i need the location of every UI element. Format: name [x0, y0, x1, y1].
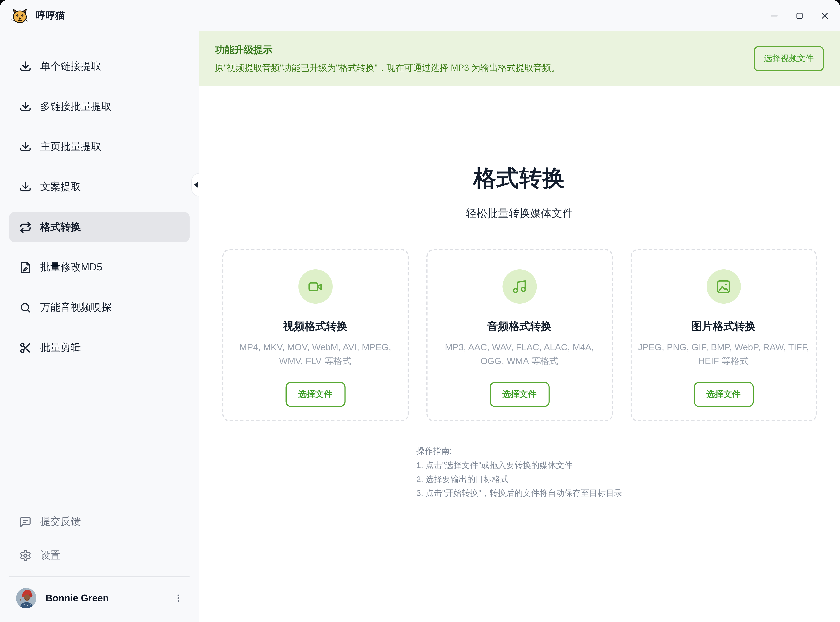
sidebar-item-multi-link-batch-extract[interactable]: 多链接批量提取	[9, 91, 189, 122]
kebab-menu-icon	[174, 593, 183, 603]
sidebar-item-label: 批量修改MD5	[40, 260, 102, 274]
download-icon	[19, 181, 32, 193]
guide-text: 操作指南: 1. 点击"选择文件"或拖入要转换的媒体文件 2. 选择要输出的目标…	[416, 444, 622, 500]
sidebar-item-copy-extract[interactable]: 文案提取	[9, 172, 189, 202]
card-description: JPEG, PNG, GIF, BMP, WebP, RAW, TIFF, HE…	[631, 340, 816, 368]
sidebar-item-label: 设置	[40, 548, 61, 563]
sidebar-item-label: 提交反馈	[40, 515, 81, 529]
search-icon	[19, 301, 32, 314]
download-icon	[19, 101, 32, 113]
card-title: 音频格式转换	[487, 319, 551, 334]
video-convert-card[interactable]: 视频格式转换 MP4, MKV, MOV, WebM, AVI, MPEG, W…	[222, 249, 409, 421]
video-icon-circle	[298, 270, 332, 303]
app-title: 哼哼猫	[36, 9, 65, 22]
sidebar-item-label: 批量剪辑	[40, 340, 81, 355]
sidebar-item-label: 多链接批量提取	[40, 99, 111, 113]
sidebar-item-batch-modify-md5[interactable]: 批量修改MD5	[9, 252, 189, 282]
feedback-icon	[19, 515, 32, 528]
avatar	[16, 588, 37, 608]
sidebar-item-label: 万能音视频嗅探	[40, 300, 111, 314]
window-controls	[770, 11, 829, 20]
select-file-button-video[interactable]: 选择文件	[285, 382, 345, 407]
close-icon	[820, 11, 829, 20]
sidebar: 单个链接提取 多链接批量提取 主页批量提取 文案提取 格式转换	[0, 31, 199, 622]
select-video-file-button[interactable]: 选择视频文件	[754, 46, 824, 71]
upgrade-banner-text: 功能升级提示 原"视频提取音频"功能已升级为"格式转换"，现在可通过选择 MP3…	[215, 43, 560, 74]
download-icon	[19, 60, 32, 73]
sidebar-item-homepage-batch-extract[interactable]: 主页批量提取	[9, 132, 189, 162]
select-file-button-audio[interactable]: 选择文件	[489, 382, 550, 407]
sidebar-divider	[9, 576, 189, 577]
download-icon	[19, 140, 32, 153]
close-button[interactable]	[820, 11, 829, 20]
gear-icon	[19, 549, 32, 561]
app-body: 单个链接提取 多链接批量提取 主页批量提取 文案提取 格式转换	[0, 31, 840, 622]
cat-logo-icon	[11, 7, 29, 24]
image-icon	[716, 279, 731, 294]
page-title: 格式转换	[199, 163, 840, 193]
upgrade-banner-title: 功能升级提示	[215, 43, 560, 56]
sidebar-item-single-link-extract[interactable]: 单个链接提取	[9, 51, 189, 81]
sidebar-item-settings[interactable]: 设置	[9, 542, 189, 569]
guide-step: 1. 点击"选择文件"或拖入要转换的媒体文件	[416, 458, 622, 472]
upgrade-banner: 功能升级提示 原"视频提取音频"功能已升级为"格式转换"，现在可通过选择 MP3…	[199, 31, 840, 86]
conversion-cards: 视频格式转换 MP4, MKV, MOV, WebM, AVI, MPEG, W…	[199, 249, 840, 421]
music-icon	[512, 279, 527, 294]
card-title: 图片格式转换	[691, 319, 756, 334]
card-title: 视频格式转换	[283, 319, 347, 334]
user-name: Bonnie Green	[46, 593, 109, 604]
select-file-button-image[interactable]: 选择文件	[693, 382, 753, 407]
upgrade-banner-message: 原"视频提取音频"功能已升级为"格式转换"，现在可通过选择 MP3 为输出格式提…	[215, 62, 560, 74]
chevron-left-icon	[194, 181, 198, 188]
page-subtitle: 轻松批量转换媒体文件	[199, 206, 840, 221]
image-icon-circle	[706, 270, 741, 303]
minimize-button[interactable]	[770, 11, 779, 20]
sidebar-item-batch-clip[interactable]: 批量剪辑	[9, 332, 189, 363]
guide-section: 操作指南: 1. 点击"选择文件"或拖入要转换的媒体文件 2. 选择要输出的目标…	[199, 444, 840, 500]
sidebar-collapse-handle[interactable]	[191, 173, 199, 197]
card-description: MP3, AAC, WAV, FLAC, ALAC, M4A, OGG, WMA…	[427, 340, 611, 368]
minimize-icon	[770, 11, 779, 20]
sidebar-footer: 提交反馈 设置	[0, 508, 199, 608]
sidebar-item-label: 单个链接提取	[40, 59, 101, 73]
guide-step: 3. 点击"开始转换"，转换后的文件将自动保存至目标目录	[416, 486, 622, 500]
guide-step: 2. 选择要输出的目标格式	[416, 472, 622, 486]
titlebar: 哼哼猫	[0, 0, 840, 31]
sidebar-item-feedback[interactable]: 提交反馈	[9, 508, 189, 535]
image-convert-card[interactable]: 图片格式转换 JPEG, PNG, GIF, BMP, WebP, RAW, T…	[630, 249, 817, 421]
maximize-icon	[795, 11, 804, 20]
card-description: MP4, MKV, MOV, WebM, AVI, MPEG, WMV, FLV…	[223, 340, 407, 368]
user-menu-button[interactable]	[170, 591, 186, 605]
audio-convert-card[interactable]: 音频格式转换 MP3, AAC, WAV, FLAC, ALAC, M4A, O…	[426, 249, 613, 421]
repeat-icon	[19, 221, 32, 233]
sidebar-item-format-convert[interactable]: 格式转换	[9, 212, 189, 242]
sidebar-item-label: 格式转换	[40, 220, 81, 234]
music-icon-circle	[502, 270, 536, 303]
maximize-button[interactable]	[795, 11, 804, 20]
sidebar-item-label: 文案提取	[40, 180, 81, 194]
sidebar-item-media-sniffer[interactable]: 万能音视频嗅探	[9, 292, 189, 322]
app-window: 哼哼猫 单个链接提取	[0, 0, 840, 622]
main-content: 功能升级提示 原"视频提取音频"功能已升级为"格式转换"，现在可通过选择 MP3…	[199, 31, 840, 622]
guide-title: 操作指南:	[416, 444, 622, 458]
file-edit-icon	[19, 261, 32, 273]
video-icon	[307, 279, 323, 294]
sidebar-item-label: 主页批量提取	[40, 140, 101, 154]
scissors-icon	[19, 341, 32, 354]
user-profile-row[interactable]: Bonnie Green	[9, 587, 189, 608]
app-viewport: 哼哼猫 单个链接提取	[0, 0, 840, 622]
